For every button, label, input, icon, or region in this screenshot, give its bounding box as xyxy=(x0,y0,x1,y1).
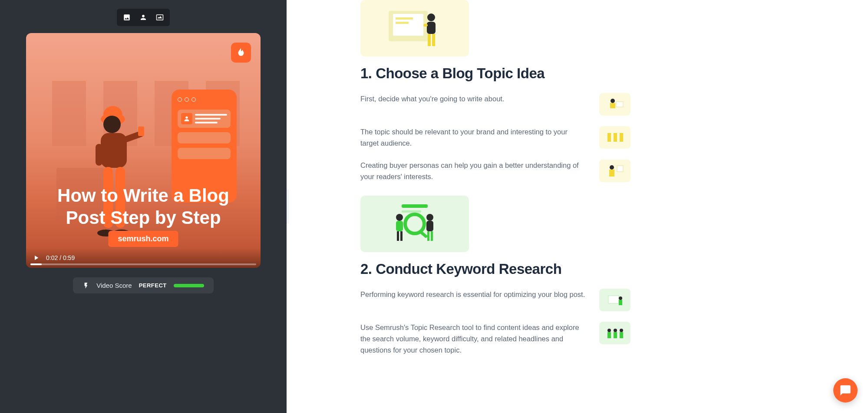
svg-rect-50 xyxy=(620,332,623,338)
play-icon xyxy=(32,254,40,262)
section-illustration xyxy=(360,0,469,57)
paragraph-text: The topic should be relevant to your bra… xyxy=(360,126,586,149)
svg-point-21 xyxy=(611,99,615,103)
time-display: 0:02 / 0:59 xyxy=(46,254,75,261)
content-section: 2. Conduct Keyword Research Performing k… xyxy=(360,196,851,356)
paragraph-row: Creating buyer personas can help you gai… xyxy=(360,160,851,183)
video-title: How to Write a Blog Post Step by Step xyxy=(26,185,261,229)
svg-rect-15 xyxy=(396,22,409,24)
paragraph-thumb[interactable] xyxy=(599,289,630,311)
paragraph-row: First, decide what you're going to write… xyxy=(360,93,851,116)
svg-rect-37 xyxy=(400,231,403,241)
svg-rect-48 xyxy=(614,332,617,338)
svg-rect-4 xyxy=(101,133,127,168)
paragraph-text: Creating buyer personas can help you gai… xyxy=(360,160,586,183)
svg-rect-46 xyxy=(607,332,611,338)
svg-rect-18 xyxy=(428,34,431,46)
paragraph-thumb[interactable] xyxy=(599,126,630,149)
svg-point-32 xyxy=(405,214,424,233)
svg-point-0 xyxy=(185,117,188,119)
section-heading: 1. Choose a Blog Topic Idea xyxy=(360,65,851,82)
score-value: PERFECT xyxy=(139,282,167,289)
decor-window xyxy=(52,81,86,146)
svg-rect-13 xyxy=(393,14,423,36)
media-toolbar xyxy=(117,9,170,26)
svg-rect-22 xyxy=(610,103,615,108)
paragraph-row: Performing keyword research is essential… xyxy=(360,289,851,311)
score-bar xyxy=(174,284,204,287)
svg-rect-36 xyxy=(397,231,399,241)
brand-badge xyxy=(231,43,251,63)
svg-point-16 xyxy=(427,13,435,21)
svg-rect-42 xyxy=(608,296,619,303)
svg-rect-35 xyxy=(396,221,403,231)
svg-point-47 xyxy=(614,329,617,332)
svg-rect-6 xyxy=(138,127,144,136)
paragraph-thumb[interactable] xyxy=(599,322,630,344)
chat-icon xyxy=(839,384,851,396)
svg-point-49 xyxy=(620,329,623,332)
image-icon xyxy=(123,13,131,21)
score-label: Video Score xyxy=(96,282,132,289)
portrait-icon xyxy=(139,13,147,21)
video-score-pill: Video Score PERFECT xyxy=(73,277,214,293)
svg-point-43 xyxy=(619,296,622,300)
content-section: 1. Choose a Blog Topic Idea First, decid… xyxy=(360,0,851,183)
paragraph-thumb[interactable] xyxy=(599,93,630,116)
svg-point-27 xyxy=(610,165,614,170)
image-mode-button[interactable] xyxy=(119,10,135,24)
section-illustration xyxy=(360,196,469,252)
svg-rect-31 xyxy=(402,210,421,213)
svg-rect-41 xyxy=(431,231,433,241)
svg-rect-14 xyxy=(396,17,413,20)
svg-rect-19 xyxy=(432,34,435,46)
section-heading: 2. Conduct Keyword Research xyxy=(360,261,851,277)
svg-rect-7 xyxy=(96,144,102,166)
svg-rect-44 xyxy=(619,300,622,305)
brand-pill: semrush.com xyxy=(108,231,178,247)
video-panel: How to Write a Blog Post Step by Step se… xyxy=(0,0,287,413)
progress-track[interactable] xyxy=(30,263,256,265)
paragraph-text: Performing keyword research is essential… xyxy=(360,289,586,300)
paragraph-text: Use Semrush's Topic Research tool to fin… xyxy=(360,322,586,356)
chat-fab[interactable] xyxy=(833,378,858,403)
bolt-icon xyxy=(83,282,89,289)
svg-rect-40 xyxy=(427,231,429,241)
video-preview[interactable]: How to Write a Blog Post Step by Step se… xyxy=(26,33,261,268)
svg-rect-23 xyxy=(616,102,623,107)
svg-point-38 xyxy=(426,214,433,221)
landscape-icon xyxy=(156,13,164,21)
svg-rect-26 xyxy=(620,133,623,142)
svg-point-45 xyxy=(607,329,611,332)
svg-rect-20 xyxy=(423,24,428,27)
paragraph-row: Use Semrush's Topic Research tool to fin… xyxy=(360,322,851,356)
svg-point-34 xyxy=(396,214,403,221)
flame-icon xyxy=(235,47,247,58)
svg-rect-24 xyxy=(607,133,611,142)
svg-rect-29 xyxy=(617,166,623,172)
progress-fill xyxy=(30,263,42,265)
play-button[interactable] xyxy=(32,254,40,262)
paragraph-row: The topic should be relevant to your bra… xyxy=(360,126,851,149)
landscape-mode-button[interactable] xyxy=(152,10,168,24)
portrait-mode-button[interactable] xyxy=(135,10,152,24)
paragraph-thumb[interactable] xyxy=(599,160,630,182)
svg-rect-33 xyxy=(419,230,428,238)
svg-rect-28 xyxy=(609,170,614,177)
svg-rect-30 xyxy=(402,204,428,208)
svg-rect-17 xyxy=(427,22,436,34)
app-root: How to Write a Blog Post Step by Step se… xyxy=(0,0,868,413)
svg-point-3 xyxy=(103,116,121,133)
svg-rect-25 xyxy=(614,133,617,142)
svg-rect-39 xyxy=(426,221,433,231)
content-panel[interactable]: 1. Choose a Blog Topic Idea First, decid… xyxy=(287,0,868,413)
paragraph-text: First, decide what you're going to write… xyxy=(360,93,586,104)
